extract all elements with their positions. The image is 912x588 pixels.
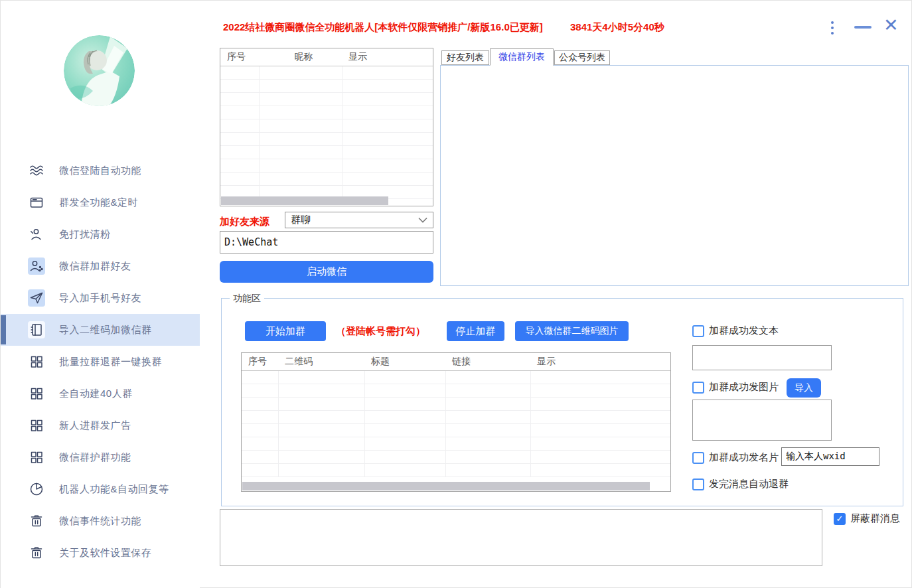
- sidebar-item-label: 全自动建40人群: [59, 388, 133, 400]
- person-icon: [28, 226, 45, 243]
- sidebar-item-mass-send[interactable]: 群发全功能&定时: [1, 186, 200, 218]
- sidebar-item-label: 免打扰清粉: [59, 228, 111, 241]
- tab-label: 微信群列表: [498, 51, 545, 63]
- menu-dots-icon[interactable]: [830, 20, 835, 36]
- sidebar-item-wechat-login[interactable]: 微信登陆自动功能: [1, 155, 200, 186]
- auto-exit-option[interactable]: ✓ 发完消息自动退群: [692, 478, 789, 490]
- sidebar-item-import-phone[interactable]: 导入加手机号好友: [1, 282, 200, 314]
- sidebar-item-label: 群发全功能&定时: [59, 196, 138, 209]
- sidebar-item-label: 微信群加群好友: [59, 260, 131, 273]
- start-join-group-button[interactable]: 开始加群: [245, 321, 326, 341]
- checkbox-label: 加群成功发图片: [709, 381, 779, 394]
- sidebar-item-label: 新人进群发广告: [59, 419, 131, 432]
- add-friend-source-label: 加好友来源: [220, 216, 269, 228]
- avatar: [64, 35, 135, 106]
- checkbox[interactable]: ✓: [692, 478, 704, 490]
- sidebar-menu: 微信登陆自动功能 群发全功能&定时 免打扰清粉 微信群加群好友: [1, 155, 200, 569]
- sidebar-item-label: 机器人功能&自动回复等: [59, 483, 169, 496]
- column-header: 二维码: [278, 353, 364, 370]
- launch-wechat-button[interactable]: 启动微信: [220, 261, 433, 283]
- checkbox[interactable]: ✓: [692, 325, 704, 337]
- sidebar-item-label: 微信事件统计功能: [59, 515, 141, 528]
- send-image-textarea[interactable]: [692, 400, 832, 441]
- sidebar-item-label: 导入二维码加微信群: [59, 324, 152, 336]
- notebook-icon: [28, 321, 45, 338]
- sidebar-item-robot-autoreply[interactable]: 机器人功能&自动回复等: [1, 473, 200, 505]
- sidebar-item-event-stats[interactable]: 微信事件统计功能: [1, 505, 200, 537]
- checkbox[interactable]: ✓: [692, 452, 704, 464]
- wechat-path-input[interactable]: [220, 231, 433, 254]
- column-header: 序号: [242, 353, 278, 370]
- sidebar-item-label: 微信群护群功能: [59, 451, 131, 464]
- import-qr-images-button[interactable]: 导入微信群二维码图片: [515, 321, 629, 341]
- list-panel: [440, 65, 909, 286]
- column-header: 标题: [364, 353, 445, 370]
- folder-icon: [28, 194, 45, 211]
- tab-friend-list[interactable]: 好友列表: [441, 50, 489, 65]
- sidebar: 微信登陆自动功能 群发全功能&定时 免打扰清粉 微信群加群好友: [1, 1, 200, 588]
- checkbox-label: 加群成功发文本: [709, 325, 779, 337]
- tab-label: 好友列表: [447, 52, 484, 64]
- grid-icon: [28, 449, 45, 466]
- stop-join-group-button[interactable]: 停止加群: [447, 321, 504, 341]
- trash-icon: [28, 544, 45, 561]
- sidebar-item-batch-group[interactable]: 批量拉群退群一键换群: [1, 346, 200, 378]
- close-button[interactable]: ✕: [883, 17, 899, 35]
- app-title: 2022结社微商圈微信全功能机器人[本软件仅限营销推广/新版16.0已更新]: [223, 21, 543, 34]
- column-header: 序号: [220, 48, 259, 66]
- block-messages-option[interactable]: ✓ 屏蔽群消息: [834, 512, 900, 525]
- tab-wechat-group-list[interactable]: 微信群列表: [490, 48, 554, 66]
- person-add-icon: [28, 257, 45, 275]
- sidebar-item-label: 导入加手机号好友: [59, 292, 141, 305]
- horizontal-scrollbar[interactable]: [221, 196, 388, 205]
- trash-icon: [28, 512, 45, 530]
- grid-icon: [28, 385, 45, 402]
- sidebar-item-label: 关于及软件设置保存: [59, 547, 152, 559]
- column-header: 昵称: [259, 48, 342, 66]
- column-header: 显示: [530, 353, 670, 370]
- send-icon: [28, 289, 45, 307]
- license-timer: 3841天4小时5分40秒: [570, 21, 664, 34]
- checkbox[interactable]: ✓: [834, 513, 846, 525]
- sidebar-item-import-qr-group[interactable]: 导入二维码加微信群: [1, 314, 200, 346]
- tab-official-account-list[interactable]: 公众号列表: [554, 50, 610, 65]
- send-text-input[interactable]: [692, 345, 832, 370]
- sidebar-item-label: 批量拉群退群一键换群: [59, 356, 162, 368]
- friend-list-table[interactable]: 序号 昵称 显示: [220, 48, 433, 206]
- column-header: 显示: [342, 48, 433, 66]
- send-image-option[interactable]: ✓ 加群成功发图片: [692, 381, 779, 394]
- grid-icon: [28, 353, 45, 370]
- wxid-input[interactable]: [781, 447, 879, 466]
- checkbox[interactable]: ✓: [692, 382, 704, 394]
- log-output-area[interactable]: [220, 509, 822, 566]
- column-header: 链接: [445, 353, 530, 370]
- sidebar-item-group-add-friend[interactable]: 微信群加群好友: [1, 250, 200, 282]
- checkbox-label: 屏蔽群消息: [850, 512, 900, 525]
- avatar-illustration: [64, 35, 135, 106]
- function-area-title: 功能区: [230, 293, 264, 305]
- selected-option: 群聊: [291, 214, 311, 226]
- checkbox-label: 发完消息自动退群: [709, 478, 789, 490]
- checkbox-label: 加群成功发名片: [709, 451, 779, 464]
- grid-icon: [28, 417, 45, 434]
- tab-label: 公众号列表: [559, 52, 605, 64]
- sidebar-item-about-settings[interactable]: 关于及软件设置保存: [1, 537, 200, 569]
- sidebar-item-newcomer-ad[interactable]: 新人进群发广告: [1, 409, 200, 441]
- app-window: 微信登陆自动功能 群发全功能&定时 免打扰清粉 微信群加群好友: [0, 0, 912, 588]
- sidebar-item-clean-fans[interactable]: 免打扰清粉: [1, 218, 200, 250]
- send-card-option[interactable]: ✓ 加群成功发名片: [692, 451, 779, 464]
- sidebar-item-group-guard[interactable]: 微信群护群功能: [1, 441, 200, 473]
- sidebar-item-auto-build-group[interactable]: 全自动建40人群: [1, 378, 200, 409]
- layers-icon: [28, 162, 45, 179]
- send-text-option[interactable]: ✓ 加群成功发文本: [692, 325, 779, 337]
- qr-code-table[interactable]: 序号 二维码 标题 链接 显示: [241, 352, 671, 492]
- chevron-down-icon: [418, 217, 427, 223]
- import-image-button[interactable]: 导入: [787, 378, 821, 398]
- sidebar-item-label: 微信登陆自动功能: [59, 165, 141, 177]
- minimize-button[interactable]: [854, 26, 872, 29]
- pie-icon: [28, 480, 45, 498]
- horizontal-scrollbar[interactable]: [242, 482, 650, 490]
- add-friend-source-select[interactable]: 群聊: [285, 212, 433, 228]
- login-hint-text: （登陆帐号需打勾）: [336, 325, 425, 338]
